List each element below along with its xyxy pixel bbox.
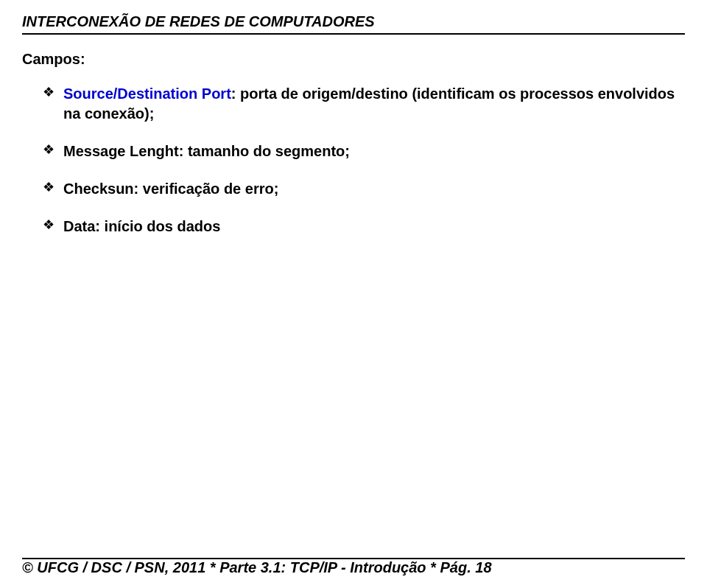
list-item-text: Checksun: verificação de erro; bbox=[63, 179, 685, 199]
page-title: INTERCONEXÃO DE REDES DE COMPUTADORES bbox=[22, 13, 685, 35]
list-item: ❖ Data: início dos dados bbox=[43, 217, 685, 237]
list-item-desc: : tamanho do segmento; bbox=[179, 143, 350, 159]
list-item-term: Message Lenght bbox=[63, 143, 179, 159]
list-item: ❖ Source/Destination Port: porta de orig… bbox=[43, 84, 685, 124]
list-item-text: Message Lenght: tamanho do segmento; bbox=[63, 141, 685, 161]
diamond-bullet-icon: ❖ bbox=[43, 84, 63, 101]
footer: © UFCG / DSC / PSN, 2011 * Parte 3.1: TC… bbox=[22, 558, 685, 576]
list-item: ❖ Checksun: verificação de erro; bbox=[43, 179, 685, 199]
diamond-bullet-icon: ❖ bbox=[43, 217, 63, 234]
subtitle: Campos: bbox=[22, 51, 685, 68]
list-item-desc: : verificação de erro; bbox=[134, 181, 279, 197]
list-item-text: Source/Destination Port: porta de origem… bbox=[63, 84, 685, 124]
list-item-term: Checksun bbox=[63, 181, 134, 197]
list-item-desc: : início dos dados bbox=[95, 218, 220, 234]
diamond-bullet-icon: ❖ bbox=[43, 179, 63, 196]
diamond-bullet-icon: ❖ bbox=[43, 141, 63, 158]
list-item: ❖ Message Lenght: tamanho do segmento; bbox=[43, 141, 685, 161]
list-item-text: Data: início dos dados bbox=[63, 217, 685, 237]
page: INTERCONEXÃO DE REDES DE COMPUTADORES Ca… bbox=[0, 0, 707, 237]
bullet-list: ❖ Source/Destination Port: porta de orig… bbox=[22, 84, 685, 237]
list-item-term: Source/Destination Port bbox=[63, 85, 231, 102]
list-item-term: Data bbox=[63, 218, 95, 234]
